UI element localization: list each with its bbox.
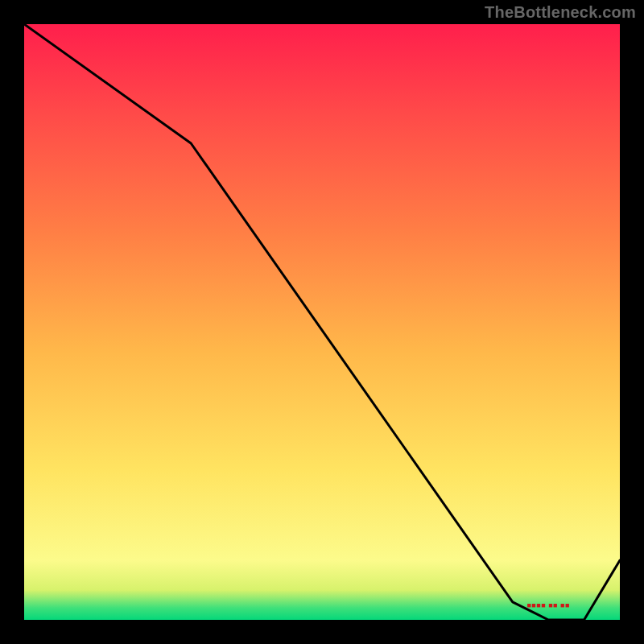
plot-area: ■■■■ ■■ ■■: [24, 24, 620, 620]
min-region-label: ■■■■ ■■ ■■: [526, 601, 570, 609]
chart-svg: ■■■■ ■■ ■■: [24, 24, 620, 620]
watermark-text: TheBottleneck.com: [485, 3, 636, 22]
chart-frame: TheBottleneck.com ■■■■ ■■ ■■: [0, 0, 644, 644]
gradient-bg: [24, 24, 620, 620]
